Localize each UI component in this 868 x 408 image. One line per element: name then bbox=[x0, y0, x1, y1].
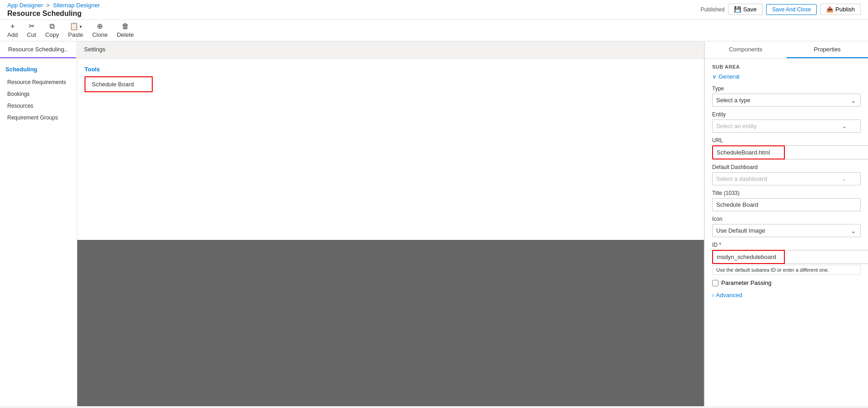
save-label: Save bbox=[743, 6, 757, 13]
copy-button[interactable]: ⧉ Copy bbox=[45, 23, 59, 38]
save-button[interactable]: 💾 Save bbox=[728, 4, 763, 15]
left-panel: Resource Scheduling.. Settings Schedulin… bbox=[0, 41, 704, 406]
param-passing-label: Parameter Passing bbox=[721, 279, 772, 286]
toolbar: + Add ✂ Cut ⧉ Copy 📋 ▾ Paste ⊕ Clone 🗑 D… bbox=[0, 20, 868, 41]
title-input[interactable] bbox=[712, 198, 861, 211]
right-content: SUB AREA ∨ General Type Select a type En… bbox=[705, 59, 868, 304]
breadcrumb: App Designer > Sitemap Designer bbox=[7, 2, 100, 9]
type-label: Type bbox=[712, 85, 861, 92]
top-bar-actions: Published 💾 Save Save And Close 📤 Publis… bbox=[701, 2, 861, 15]
app-title: Resource Scheduling bbox=[7, 10, 100, 18]
url-label: URL bbox=[712, 137, 861, 144]
type-select-wrapper: Select a type bbox=[712, 94, 861, 107]
save-and-close-button[interactable]: Save And Close bbox=[766, 4, 817, 15]
id-row bbox=[712, 250, 861, 264]
entity-select-wrapper: Select an entity ⌄ bbox=[712, 119, 861, 133]
icon-label: Icon bbox=[712, 216, 861, 222]
cut-icon: ✂ bbox=[29, 23, 35, 30]
dashboard-select-box[interactable]: Select a dashboard ⌄ bbox=[712, 172, 861, 185]
icon-select-wrapper: Use Default Image bbox=[712, 224, 861, 237]
left-content-area: Scheduling Resource Requirements Booking… bbox=[0, 59, 704, 406]
entity-placeholder: Select an entity bbox=[716, 123, 757, 129]
schedule-board-card[interactable]: Schedule Board bbox=[85, 76, 153, 92]
paste-chevron-icon: ▾ bbox=[80, 24, 82, 29]
dark-canvas-area bbox=[77, 240, 704, 407]
section-label: SUB AREA bbox=[712, 64, 861, 70]
top-bar: App Designer > Sitemap Designer Resource… bbox=[0, 0, 868, 20]
id-input[interactable] bbox=[712, 250, 785, 264]
tab-settings[interactable]: Settings bbox=[76, 41, 114, 58]
cut-button[interactable]: ✂ Cut bbox=[27, 23, 36, 38]
delete-button[interactable]: 🗑 Delete bbox=[117, 23, 134, 38]
left-tab-bar: Resource Scheduling.. Settings bbox=[0, 41, 704, 59]
param-passing-row: Parameter Passing bbox=[712, 279, 861, 286]
entity-select-box[interactable]: Select an entity ⌄ bbox=[712, 119, 861, 133]
id-tooltip: Use the default subarea ID or enter a di… bbox=[712, 265, 861, 275]
url-extra-input[interactable] bbox=[785, 145, 868, 159]
dashboard-chevron-icon: ⌄ bbox=[842, 175, 847, 182]
add-button[interactable]: + Add bbox=[7, 23, 18, 38]
paste-button[interactable]: 📋 ▾ Paste bbox=[68, 23, 83, 38]
delete-icon: 🗑 bbox=[122, 23, 129, 30]
clone-label: Clone bbox=[92, 31, 108, 38]
nav-column: Scheduling Resource Requirements Booking… bbox=[0, 59, 77, 406]
add-label: Add bbox=[7, 31, 18, 38]
nav-item-requirement-groups[interactable]: Requirement Groups bbox=[5, 112, 71, 124]
paste-label: Paste bbox=[68, 31, 83, 38]
add-icon: + bbox=[10, 23, 15, 30]
save-icon: 💾 bbox=[734, 6, 741, 13]
canvas-column: Tools Schedule Board bbox=[77, 59, 704, 406]
entity-chevron-icon: ⌄ bbox=[842, 123, 847, 129]
clone-icon: ⊕ bbox=[97, 23, 103, 30]
breadcrumb-sitemap: Sitemap Designer bbox=[53, 2, 100, 9]
publish-icon: 📤 bbox=[826, 6, 833, 13]
param-passing-checkbox[interactable] bbox=[712, 280, 718, 286]
delete-label: Delete bbox=[117, 31, 134, 38]
title-label: Title (1033) bbox=[712, 190, 861, 196]
dashboard-select-wrapper: Select a dashboard ⌄ bbox=[712, 172, 861, 185]
canvas-top: Tools Schedule Board bbox=[77, 59, 704, 240]
icon-select[interactable]: Use Default Image bbox=[712, 224, 861, 237]
id-label: ID * bbox=[712, 242, 861, 248]
id-extra-input[interactable] bbox=[785, 250, 868, 264]
dashboard-placeholder: Select a dashboard bbox=[716, 175, 767, 182]
paste-icon: 📋 bbox=[70, 23, 79, 30]
main-container: Resource Scheduling.. Settings Schedulin… bbox=[0, 41, 868, 406]
cut-label: Cut bbox=[27, 31, 36, 38]
tab-properties[interactable]: Properties bbox=[787, 41, 868, 58]
breadcrumb-app-designer[interactable]: App Designer bbox=[7, 2, 43, 9]
tab-resource-scheduling[interactable]: Resource Scheduling.. bbox=[0, 41, 76, 58]
publish-button[interactable]: 📤 Publish bbox=[820, 4, 861, 15]
right-tab-bar: Components Properties bbox=[705, 41, 868, 59]
entity-label: Entity bbox=[712, 111, 861, 118]
published-status: Published bbox=[701, 6, 725, 13]
clone-button[interactable]: ⊕ Clone bbox=[92, 23, 108, 38]
advanced-label: Advanced bbox=[716, 292, 742, 299]
tools-label: Tools bbox=[85, 66, 697, 73]
right-panel: Components Properties SUB AREA ∨ General… bbox=[704, 41, 868, 406]
nav-item-bookings[interactable]: Bookings bbox=[5, 88, 71, 100]
type-select[interactable]: Select a type bbox=[712, 94, 861, 107]
tab-components[interactable]: Components bbox=[705, 41, 787, 58]
general-collapsible[interactable]: ∨ General bbox=[712, 73, 861, 80]
publish-label: Publish bbox=[835, 6, 855, 13]
url-row bbox=[712, 145, 861, 159]
copy-icon: ⧉ bbox=[50, 23, 55, 30]
collapse-icon: ∨ bbox=[712, 73, 717, 80]
advanced-chevron-icon: › bbox=[712, 292, 714, 299]
advanced-row[interactable]: › Advanced bbox=[712, 292, 861, 299]
nav-item-resource-requirements[interactable]: Resource Requirements bbox=[5, 76, 71, 88]
copy-label: Copy bbox=[45, 31, 59, 38]
nav-group-scheduling[interactable]: Scheduling bbox=[5, 66, 71, 73]
general-label: General bbox=[718, 73, 739, 80]
breadcrumb-separator: > bbox=[46, 2, 50, 9]
nav-item-resources[interactable]: Resources bbox=[5, 100, 71, 112]
dashboard-label: Default Dashboard bbox=[712, 164, 861, 170]
url-input[interactable] bbox=[712, 145, 785, 159]
